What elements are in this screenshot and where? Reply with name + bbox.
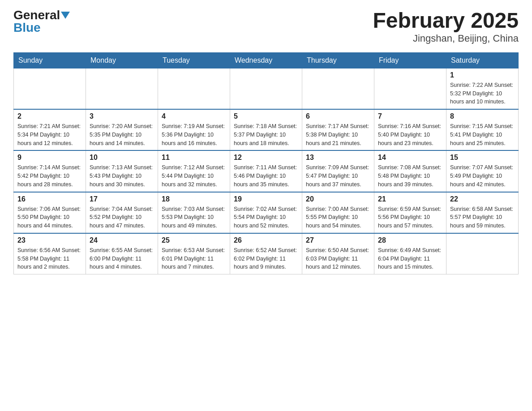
day-number: 2 — [17, 112, 82, 120]
calendar-cell — [158, 68, 230, 109]
calendar-cell — [302, 68, 374, 109]
calendar-cell: 6Sunrise: 7:17 AM Sunset: 5:38 PM Daylig… — [302, 109, 374, 150]
day-info: Sunrise: 7:11 AM Sunset: 5:46 PM Dayligh… — [234, 163, 298, 188]
calendar-cell — [374, 68, 446, 109]
day-info: Sunrise: 7:22 AM Sunset: 5:32 PM Dayligh… — [450, 81, 515, 106]
calendar-cell: 26Sunrise: 6:52 AM Sunset: 6:02 PM Dayli… — [230, 233, 302, 274]
day-number: 28 — [378, 236, 442, 244]
day-number: 16 — [17, 195, 82, 203]
calendar-table: SundayMondayTuesdayWednesdayThursdayFrid… — [13, 52, 519, 274]
day-number: 3 — [90, 112, 154, 120]
day-info: Sunrise: 7:21 AM Sunset: 5:34 PM Dayligh… — [17, 122, 82, 147]
calendar-cell: 5Sunrise: 7:18 AM Sunset: 5:37 PM Daylig… — [230, 109, 302, 150]
day-number: 27 — [306, 236, 370, 244]
day-info: Sunrise: 6:53 AM Sunset: 6:01 PM Dayligh… — [162, 246, 226, 271]
day-number: 17 — [90, 195, 154, 203]
calendar-week-row: 1Sunrise: 7:22 AM Sunset: 5:32 PM Daylig… — [14, 68, 519, 109]
calendar-cell: 21Sunrise: 6:59 AM Sunset: 5:56 PM Dayli… — [374, 192, 446, 233]
calendar-week-row: 23Sunrise: 6:56 AM Sunset: 5:58 PM Dayli… — [14, 233, 519, 274]
day-number: 8 — [450, 112, 515, 120]
page-subtitle: Jingshan, Beijing, China — [373, 33, 519, 44]
day-info: Sunrise: 6:59 AM Sunset: 5:56 PM Dayligh… — [378, 205, 442, 230]
calendar-cell: 20Sunrise: 7:00 AM Sunset: 5:55 PM Dayli… — [302, 192, 374, 233]
calendar-cell: 18Sunrise: 7:03 AM Sunset: 5:53 PM Dayli… — [158, 192, 230, 233]
calendar-cell: 24Sunrise: 6:55 AM Sunset: 6:00 PM Dayli… — [86, 233, 158, 274]
calendar-cell — [230, 68, 302, 109]
weekday-header: Saturday — [446, 52, 519, 68]
day-number: 22 — [450, 195, 515, 203]
day-info: Sunrise: 7:00 AM Sunset: 5:55 PM Dayligh… — [306, 205, 370, 230]
day-number: 12 — [234, 154, 298, 162]
weekday-header: Monday — [86, 52, 158, 68]
calendar-week-row: 9Sunrise: 7:14 AM Sunset: 5:42 PM Daylig… — [14, 150, 519, 192]
calendar-cell: 25Sunrise: 6:53 AM Sunset: 6:01 PM Dayli… — [158, 233, 230, 274]
calendar-cell: 16Sunrise: 7:06 AM Sunset: 5:50 PM Dayli… — [14, 192, 86, 233]
day-info: Sunrise: 6:56 AM Sunset: 5:58 PM Dayligh… — [17, 246, 82, 271]
day-number: 14 — [378, 154, 442, 162]
day-number: 25 — [162, 236, 226, 244]
day-info: Sunrise: 7:17 AM Sunset: 5:38 PM Dayligh… — [306, 122, 370, 147]
day-info: Sunrise: 7:19 AM Sunset: 5:36 PM Dayligh… — [162, 122, 226, 147]
day-number: 21 — [378, 195, 442, 203]
weekday-header: Tuesday — [158, 52, 230, 68]
weekday-header: Sunday — [14, 52, 86, 68]
day-info: Sunrise: 6:50 AM Sunset: 6:03 PM Dayligh… — [306, 246, 370, 271]
day-number: 5 — [234, 112, 298, 120]
title-area: February 2025 Jingshan, Beijing, China — [373, 9, 519, 44]
calendar-cell — [86, 68, 158, 109]
day-number: 23 — [17, 236, 82, 244]
day-info: Sunrise: 7:07 AM Sunset: 5:49 PM Dayligh… — [450, 163, 515, 188]
day-info: Sunrise: 6:55 AM Sunset: 6:00 PM Dayligh… — [90, 246, 154, 271]
calendar-cell: 27Sunrise: 6:50 AM Sunset: 6:03 PM Dayli… — [302, 233, 374, 274]
logo-triangle-icon — [61, 12, 70, 19]
day-info: Sunrise: 7:18 AM Sunset: 5:37 PM Dayligh… — [234, 122, 298, 147]
calendar-header-row: SundayMondayTuesdayWednesdayThursdayFrid… — [14, 52, 519, 68]
calendar-week-row: 2Sunrise: 7:21 AM Sunset: 5:34 PM Daylig… — [14, 109, 519, 150]
calendar-cell — [446, 233, 519, 274]
day-info: Sunrise: 7:02 AM Sunset: 5:54 PM Dayligh… — [234, 205, 298, 230]
calendar-cell: 19Sunrise: 7:02 AM Sunset: 5:54 PM Dayli… — [230, 192, 302, 233]
day-info: Sunrise: 7:12 AM Sunset: 5:44 PM Dayligh… — [162, 163, 226, 188]
day-number: 9 — [17, 154, 82, 162]
calendar-cell: 2Sunrise: 7:21 AM Sunset: 5:34 PM Daylig… — [14, 109, 86, 150]
calendar-cell: 4Sunrise: 7:19 AM Sunset: 5:36 PM Daylig… — [158, 109, 230, 150]
calendar-cell: 1Sunrise: 7:22 AM Sunset: 5:32 PM Daylig… — [446, 68, 519, 109]
calendar-cell: 11Sunrise: 7:12 AM Sunset: 5:44 PM Dayli… — [158, 150, 230, 192]
logo-blue-text: Blue — [13, 21, 41, 34]
day-info: Sunrise: 7:15 AM Sunset: 5:41 PM Dayligh… — [450, 122, 515, 147]
day-info: Sunrise: 6:52 AM Sunset: 6:02 PM Dayligh… — [234, 246, 298, 271]
logo: General Blue — [13, 9, 70, 34]
day-info: Sunrise: 6:49 AM Sunset: 6:04 PM Dayligh… — [378, 246, 442, 271]
logo-general-text: General — [13, 9, 60, 21]
calendar-cell: 9Sunrise: 7:14 AM Sunset: 5:42 PM Daylig… — [14, 150, 86, 192]
day-info: Sunrise: 7:20 AM Sunset: 5:35 PM Dayligh… — [90, 122, 154, 147]
day-number: 7 — [378, 112, 442, 120]
day-number: 20 — [306, 195, 370, 203]
day-number: 15 — [450, 154, 515, 162]
weekday-header: Wednesday — [230, 52, 302, 68]
day-info: Sunrise: 7:08 AM Sunset: 5:48 PM Dayligh… — [378, 163, 442, 188]
day-number: 6 — [306, 112, 370, 120]
day-number: 24 — [90, 236, 154, 244]
day-number: 26 — [234, 236, 298, 244]
day-info: Sunrise: 7:09 AM Sunset: 5:47 PM Dayligh… — [306, 163, 370, 188]
day-info: Sunrise: 6:58 AM Sunset: 5:57 PM Dayligh… — [450, 205, 515, 230]
day-number: 1 — [450, 71, 515, 79]
calendar-cell: 22Sunrise: 6:58 AM Sunset: 5:57 PM Dayli… — [446, 192, 519, 233]
weekday-header: Thursday — [302, 52, 374, 68]
page-header: General Blue February 2025 Jingshan, Bei… — [13, 9, 519, 44]
calendar-cell: 13Sunrise: 7:09 AM Sunset: 5:47 PM Dayli… — [302, 150, 374, 192]
day-info: Sunrise: 7:16 AM Sunset: 5:40 PM Dayligh… — [378, 122, 442, 147]
calendar-cell: 15Sunrise: 7:07 AM Sunset: 5:49 PM Dayli… — [446, 150, 519, 192]
day-number: 13 — [306, 154, 370, 162]
calendar-cell: 28Sunrise: 6:49 AM Sunset: 6:04 PM Dayli… — [374, 233, 446, 274]
calendar-cell: 3Sunrise: 7:20 AM Sunset: 5:35 PM Daylig… — [86, 109, 158, 150]
calendar-cell — [14, 68, 86, 109]
calendar-cell: 23Sunrise: 6:56 AM Sunset: 5:58 PM Dayli… — [14, 233, 86, 274]
day-number: 19 — [234, 195, 298, 203]
page-title: February 2025 — [373, 9, 519, 33]
day-info: Sunrise: 7:06 AM Sunset: 5:50 PM Dayligh… — [17, 205, 82, 230]
calendar-cell: 12Sunrise: 7:11 AM Sunset: 5:46 PM Dayli… — [230, 150, 302, 192]
day-info: Sunrise: 7:04 AM Sunset: 5:52 PM Dayligh… — [90, 205, 154, 230]
weekday-header: Friday — [374, 52, 446, 68]
